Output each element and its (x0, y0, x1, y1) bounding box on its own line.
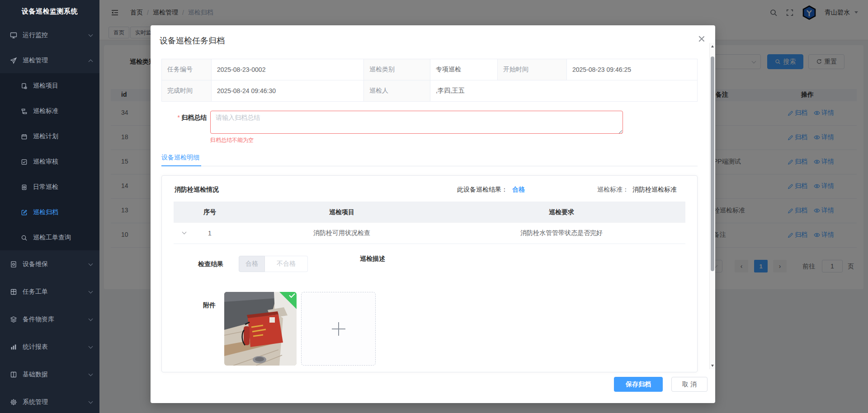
search-icon (21, 235, 28, 241)
result-value: 合格 (512, 186, 525, 193)
task-info-table: 任务编号 2025-08-23-0002 巡检类别 专项巡检 开始时间 2025… (161, 59, 698, 102)
sidebar-item-running-monitor[interactable]: 运行监控 (0, 23, 99, 48)
tree-icon (21, 108, 28, 115)
check-result-label: 检查结果 (198, 260, 223, 268)
device-standard: 巡检标准：消防栓巡检标准 (597, 186, 677, 194)
device-card: 消防栓巡检情况 此设备巡检结果：合格 巡检标准：消防栓巡检标准 序号 巡检项目 … (161, 175, 698, 372)
finish-time-value: 2025-08-24 09:46:30 (212, 80, 364, 102)
sidebar-item-base-data[interactable]: 基础数据 (0, 361, 99, 388)
layers-icon (10, 316, 17, 323)
save-archive-button[interactable]: 保存归档 (614, 377, 663, 392)
start-time-label: 开始时间 (498, 59, 567, 80)
chevron-down-icon (89, 371, 93, 376)
sidebar-item-daily-inspection[interactable]: 日常巡检 (0, 174, 99, 200)
tab-active-bar (161, 165, 201, 166)
chevron-up-icon (89, 59, 93, 64)
upload-button[interactable] (301, 292, 376, 366)
col-item: 巡检项目 (246, 208, 438, 216)
sidebar-item-inspection-project[interactable]: 巡检项目 (0, 73, 99, 99)
device-name: 消防栓巡检情况 (175, 186, 219, 194)
sidebar-item-statistics-report[interactable]: 统计报表 (0, 333, 99, 361)
col-requirement: 巡检要求 (438, 208, 685, 216)
radio-fail[interactable]: 不合格 (265, 256, 308, 272)
chevron-down-icon (89, 289, 93, 293)
resize-handle-icon[interactable] (618, 129, 622, 133)
task-no-label: 任务编号 (162, 59, 212, 80)
finish-time-label: 完成时间 (162, 80, 212, 102)
summary-error: 归档总结不能为空 (210, 136, 254, 144)
attachment-photo[interactable] (224, 292, 297, 366)
monitor-icon (10, 32, 17, 39)
inspector-value: ,李四,王五 (430, 80, 698, 102)
gear-icon (10, 399, 17, 406)
inspector-label: 巡检人 (364, 80, 430, 102)
summary-textarea[interactable] (210, 111, 623, 134)
summary-label: *归档总结 (161, 114, 207, 122)
inspection-items-table: 序号 巡检项目 巡检要求 1 消防栓可用状况检查 消防栓水管管带状态是否完好 (174, 202, 685, 244)
radio-pass[interactable]: 合格 (239, 256, 265, 272)
attachment-label: 附件 (203, 301, 216, 310)
inspection-item-row[interactable]: 1 消防栓可用状况检查 消防栓水管管带状态是否完好 (174, 223, 685, 244)
archive-dialog: 设备巡检任务归档 任务编号 2025-08-23-0002 巡检类别 专项巡检 … (151, 25, 715, 403)
tab-device-detail[interactable]: 设备巡检明细 (161, 154, 199, 162)
start-time-value: 2025-08-23 09:46:25 (567, 59, 698, 80)
col-index: 序号 (174, 208, 246, 216)
standard-value: 消防栓巡检标准 (632, 186, 677, 193)
sidebar-item-inspection-audit[interactable]: 巡检审核 (0, 149, 99, 174)
cancel-button[interactable]: 取 消 (671, 377, 708, 392)
app-title: 设备巡检监测系统 (0, 0, 99, 23)
document-icon (10, 261, 17, 268)
sidebar-item-inspection-plan[interactable]: 巡检计划 (0, 124, 99, 149)
sidebar-item-spare-parts[interactable]: 备件物资库 (0, 305, 99, 333)
dialog-title: 设备巡检任务归档 (160, 35, 225, 46)
sidebar-item-task-workorder[interactable]: 任务工单 (0, 278, 99, 305)
sidebar-item-inspection-standard[interactable]: 巡检标准 (0, 99, 99, 124)
sidebar-item-system-management[interactable]: 系统管理 (0, 388, 99, 413)
category-label: 巡检类别 (364, 59, 430, 80)
close-icon[interactable] (697, 34, 706, 43)
sidebar-item-workorder-query[interactable]: 巡检工单查询 (0, 225, 99, 250)
scroll-up-icon[interactable] (711, 45, 714, 47)
calendar-icon (21, 133, 28, 140)
check-square-icon (21, 159, 28, 165)
sidebar-item-inspection-management[interactable]: 巡检管理 (0, 48, 99, 73)
inspection-desc-label: 巡检描述 (360, 255, 385, 263)
send-icon (10, 57, 17, 64)
document-copy-icon (21, 83, 28, 89)
edit-square-icon (21, 209, 28, 216)
bar-chart-icon (10, 343, 17, 351)
chevron-down-icon (89, 344, 93, 348)
device-result: 此设备巡检结果：合格 (457, 186, 525, 194)
check-result-radio-group: 合格 不合格 (239, 256, 308, 272)
sidebar-submenu: 巡检项目 巡检标准 巡检计划 巡检审核 日常巡检 巡检归档 巡检工单查询 (0, 73, 99, 250)
chevron-down-icon (89, 316, 93, 321)
scroll-down-icon[interactable] (711, 365, 714, 367)
chevron-down-icon (89, 261, 93, 266)
grid-icon (10, 288, 17, 296)
items-table-header: 序号 巡检项目 巡检要求 (174, 202, 685, 223)
chevron-down-icon (89, 33, 93, 37)
tab-divider (161, 166, 698, 166)
task-no-value: 2025-08-23-0002 (212, 59, 364, 80)
clock-doc-icon (21, 184, 28, 191)
category-value: 专项巡检 (430, 59, 498, 80)
sidebar-item-equipment-maintenance[interactable]: 设备维保 (0, 250, 99, 278)
plus-icon (332, 322, 345, 336)
scrollbar-thumb[interactable] (711, 56, 714, 271)
columns-icon (10, 371, 17, 378)
dialog-scrollbar[interactable] (709, 43, 715, 369)
chevron-down-icon (89, 399, 93, 404)
sidebar-item-inspection-archive[interactable]: 巡检归档 (0, 200, 99, 225)
sidebar: 设备巡检监测系统 运行监控 巡检管理 巡检项目 巡检标准 巡检计划 巡检审核 日… (0, 0, 99, 413)
